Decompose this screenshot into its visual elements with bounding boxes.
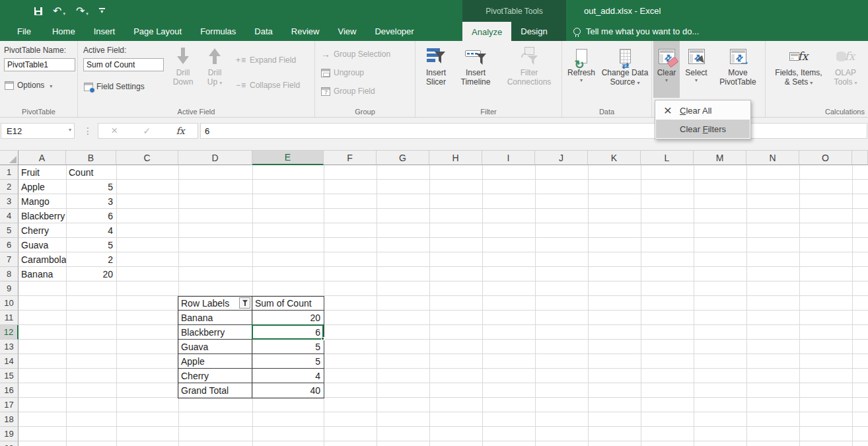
row-header-9[interactable]: 9	[0, 281, 18, 296]
column-header-B[interactable]: B	[66, 151, 116, 165]
row-header-18[interactable]: 18	[0, 412, 18, 427]
cell-E13[interactable]: 5	[252, 340, 324, 354]
undo-button[interactable]: ▾	[53, 5, 65, 17]
row-header-2[interactable]: 2	[0, 180, 18, 194]
column-header-I[interactable]: I	[482, 151, 535, 165]
fill-handle[interactable]	[321, 337, 324, 340]
row-header-1[interactable]: 1	[0, 165, 18, 180]
column-header-O[interactable]: O	[799, 151, 852, 165]
ungroup-button[interactable]: Ungroup	[319, 65, 366, 80]
move-pivottable-button[interactable]: Move PivotTable	[713, 41, 763, 98]
group-field-button[interactable]: Group Field	[319, 84, 377, 98]
cell-B4[interactable]: 6	[66, 209, 116, 223]
cell-A1[interactable]: Fruit	[18, 165, 66, 180]
cell-D13[interactable]: Guava	[178, 340, 252, 354]
row-header-11[interactable]: 11	[0, 311, 18, 325]
tab-data[interactable]: Data	[245, 22, 281, 41]
redo-dropdown-arrow[interactable]: ▾	[86, 11, 89, 17]
cell-A7[interactable]: Carambola	[18, 252, 66, 267]
save-button[interactable]	[34, 7, 42, 15]
row-header-3[interactable]: 3	[0, 194, 18, 209]
cell-A2[interactable]: Apple	[18, 180, 66, 194]
cell-A8[interactable]: Banana	[18, 267, 66, 281]
tab-review[interactable]: Review	[282, 22, 329, 41]
collapse-field-button[interactable]: Collapse Field	[234, 78, 302, 93]
column-header-M[interactable]: M	[694, 151, 746, 165]
column-header-K[interactable]: K	[588, 151, 641, 165]
row-header-19[interactable]: 19	[0, 427, 18, 441]
drill-up-button[interactable]: Drill Up	[199, 41, 230, 98]
cell-B1[interactable]: Count	[66, 165, 116, 180]
cell-B2[interactable]: 5	[66, 180, 116, 194]
cell-B5[interactable]: 4	[66, 223, 116, 238]
cell-D16[interactable]: Grand Total	[178, 383, 252, 398]
column-header-E[interactable]: E	[252, 151, 324, 165]
customize-qat-button[interactable]	[99, 8, 105, 14]
select-button[interactable]: Select ▾	[681, 41, 711, 98]
field-settings-button[interactable]: Field Settings	[82, 79, 147, 94]
cell-A6[interactable]: Guava	[18, 238, 66, 252]
cancel-icon[interactable]	[111, 124, 118, 137]
row-header-15[interactable]: 15	[0, 369, 18, 383]
tab-file[interactable]: File	[5, 22, 43, 41]
tab-home[interactable]: Home	[43, 22, 85, 41]
cell-E11[interactable]: 20	[252, 311, 324, 325]
tab-design[interactable]: Design	[511, 22, 556, 41]
tab-developer[interactable]: Developer	[365, 22, 423, 41]
cell-A4[interactable]: Blackberry	[18, 209, 66, 223]
name-box[interactable]: E12	[1, 123, 75, 139]
row-header-10[interactable]: 10	[0, 296, 18, 311]
olap-tools-button[interactable]: OLAP Tools	[828, 41, 863, 98]
row-header-14[interactable]: 14	[0, 354, 18, 369]
filter-connections-button[interactable]: Filter Connections	[499, 41, 560, 98]
column-header-D[interactable]: D	[178, 151, 252, 165]
row-header-4[interactable]: 4	[0, 209, 18, 223]
row-header-16[interactable]: 16	[0, 383, 18, 398]
options-button[interactable]: Options	[3, 78, 54, 93]
menu-item-clear-all[interactable]: Clear All	[656, 101, 750, 120]
column-header-J[interactable]: J	[535, 151, 588, 165]
cell-B7[interactable]: 2	[66, 252, 116, 267]
drill-down-button[interactable]: Drill Down	[168, 41, 198, 98]
menu-item-clear-filters[interactable]: Clear Filters	[656, 120, 750, 138]
column-header-A[interactable]: A	[18, 151, 66, 165]
cell-D12[interactable]: Blackberry	[178, 325, 252, 340]
cell-E14[interactable]: 5	[252, 354, 324, 369]
cell-E16[interactable]: 40	[252, 383, 324, 398]
row-header-7[interactable]: 7	[0, 252, 18, 267]
name-box-dropdown-arrow[interactable]	[69, 127, 71, 133]
tab-view[interactable]: View	[328, 22, 365, 41]
column-header-L[interactable]: L	[641, 151, 694, 165]
undo-dropdown-arrow[interactable]: ▾	[63, 11, 65, 17]
tab-formulas[interactable]: Formulas	[191, 22, 245, 41]
fields-items-sets-button[interactable]: Fields, Items, & Sets	[771, 41, 826, 98]
select-all-corner[interactable]	[0, 151, 18, 165]
cell-E12[interactable]: 6	[252, 325, 324, 340]
insert-slicer-button[interactable]: Insert Slicer	[419, 41, 452, 98]
insert-function-icon[interactable]	[176, 125, 185, 137]
column-header-C[interactable]: C	[116, 151, 178, 165]
column-header-N[interactable]: N	[746, 151, 799, 165]
formula-bar-grip[interactable]	[83, 126, 92, 136]
cell-B8[interactable]: 20	[66, 267, 116, 281]
cell-D15[interactable]: Cherry	[178, 369, 252, 383]
cell-B6[interactable]: 5	[66, 238, 116, 252]
cell-A5[interactable]: Cherry	[18, 223, 66, 238]
enter-icon[interactable]	[143, 125, 151, 137]
tab-insert[interactable]: Insert	[85, 22, 125, 41]
cell-D11[interactable]: Banana	[178, 311, 252, 325]
cell-E10[interactable]: Sum of Count	[252, 296, 324, 311]
formula-input[interactable]: 6	[200, 123, 867, 139]
insert-timeline-button[interactable]: Insert Timeline	[454, 41, 497, 98]
cell-A3[interactable]: Mango	[18, 194, 66, 209]
expand-field-button[interactable]: Expand Field	[234, 53, 298, 67]
cell-E15[interactable]: 4	[252, 369, 324, 383]
change-data-source-button[interactable]: Change Data Source	[599, 41, 651, 98]
row-labels-filter-button[interactable]	[239, 297, 250, 309]
active-field-input[interactable]: Sum of Count	[83, 58, 164, 71]
refresh-button[interactable]: Refresh ▾	[565, 41, 598, 98]
pivottable-name-input[interactable]: PivotTable1	[4, 58, 75, 71]
row-header-12[interactable]: 12	[0, 325, 18, 340]
cell-B3[interactable]: 3	[66, 194, 116, 209]
row-header-20[interactable]: 20	[0, 441, 18, 446]
